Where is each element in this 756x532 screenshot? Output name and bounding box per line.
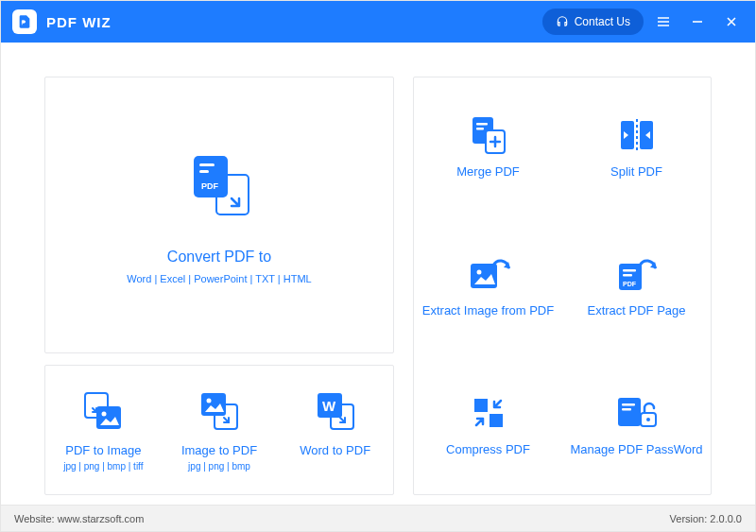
image-to-pdf-sub: jpg | png | bmp: [188, 461, 250, 472]
title-bar: PDF WIZ Contact Us: [1, 1, 755, 43]
app-title: PDF WIZ: [46, 14, 112, 30]
extract-pdf-page-icon: PDF: [613, 252, 661, 296]
compress-pdf-icon: [469, 391, 508, 435]
svg-rect-21: [471, 264, 497, 288]
svg-point-31: [646, 418, 650, 421]
left-column: PDF Convert PDF to Word | Excel | PowerP…: [44, 77, 394, 495]
extract-pdf-page-label: Extract PDF Page: [587, 303, 685, 318]
image-to-pdf-icon: [198, 388, 241, 434]
manage-pdf-password-button[interactable]: Manage PDF PassWord: [562, 355, 711, 494]
extract-image-icon: [465, 252, 512, 296]
svg-rect-15: [476, 123, 488, 126]
close-button[interactable]: [717, 8, 746, 36]
manage-pdf-password-icon: [614, 391, 660, 435]
split-pdf-label: Split PDF: [610, 164, 662, 180]
svg-text:PDF: PDF: [201, 181, 219, 191]
extract-image-button[interactable]: Extract Image from PDF: [414, 216, 562, 355]
svg-rect-3: [199, 170, 209, 173]
svg-rect-29: [622, 408, 631, 411]
manage-pdf-password-label: Manage PDF PassWord: [571, 442, 703, 457]
split-pdf-icon: [615, 113, 659, 157]
status-bar: Website: www.starzsoft.com Version: 2.0.…: [1, 505, 755, 531]
svg-rect-9: [201, 393, 226, 416]
contact-us-button[interactable]: Contact Us: [542, 9, 644, 35]
merge-pdf-label: Merge PDF: [456, 164, 519, 180]
svg-text:W: W: [322, 398, 336, 414]
convert-pdf-icon: PDF: [179, 146, 260, 228]
tools-grid: Merge PDF Split PDF: [413, 77, 712, 495]
convert-pdf-to-card[interactable]: PDF Convert PDF to Word | Excel | PowerP…: [44, 77, 394, 353]
pdf-to-image-button[interactable]: PDF to Image jpg | png | bmp | tiff: [45, 366, 162, 494]
merge-pdf-button[interactable]: Merge PDF: [414, 77, 562, 216]
svg-text:PDF: PDF: [623, 281, 637, 287]
svg-rect-24: [623, 269, 636, 272]
right-column: Merge PDF Split PDF: [413, 77, 712, 495]
image-to-pdf-label: Image to PDF: [181, 443, 257, 457]
image-to-pdf-button[interactable]: Image to PDF jpg | png | bmp: [162, 366, 278, 494]
svg-rect-2: [199, 163, 215, 166]
word-to-pdf-button[interactable]: W Word to PDF: [277, 366, 393, 494]
svg-rect-6: [96, 406, 121, 429]
svg-rect-28: [622, 403, 635, 406]
version-label: Version: 2.0.0.0: [670, 513, 742, 524]
pdf-to-image-icon: [81, 388, 125, 434]
split-pdf-button[interactable]: Split PDF: [562, 77, 711, 216]
compress-pdf-label: Compress PDF: [446, 442, 530, 457]
svg-rect-1: [194, 156, 228, 197]
extract-image-label: Extract Image from PDF: [422, 303, 554, 318]
extract-pdf-page-button[interactable]: PDF Extract PDF Page: [562, 216, 711, 355]
app-window: PDF WIZ Contact Us: [0, 0, 756, 532]
word-to-pdf-icon: W: [314, 388, 357, 434]
pdf-to-image-sub: jpg | png | bmp | tiff: [63, 461, 143, 472]
website-link[interactable]: Website: www.starzsoft.com: [14, 513, 144, 524]
svg-rect-25: [623, 274, 632, 277]
svg-rect-27: [618, 398, 641, 426]
word-to-pdf-label: Word to PDF: [300, 443, 370, 457]
convert-subtitle: Word | Excel | PowerPoint | TXT | HTML: [127, 273, 311, 284]
headset-icon: [556, 15, 569, 28]
menu-button[interactable]: [649, 8, 678, 36]
svg-point-22: [476, 270, 481, 275]
svg-rect-16: [476, 128, 484, 130]
app-logo: [12, 9, 37, 34]
contact-us-label: Contact Us: [575, 15, 630, 28]
svg-point-7: [102, 411, 107, 416]
close-icon: [726, 16, 737, 27]
convert-title: Convert PDF to: [167, 249, 271, 266]
minimize-button[interactable]: [683, 8, 712, 36]
minimize-icon: [692, 16, 703, 27]
content-area: PDF Convert PDF to Word | Excel | PowerP…: [1, 43, 755, 505]
hamburger-icon: [657, 15, 670, 28]
bottom-row-card: PDF to Image jpg | png | bmp | tiff Ima: [44, 365, 394, 495]
compress-pdf-button[interactable]: Compress PDF: [414, 355, 562, 494]
merge-pdf-icon: [467, 113, 510, 157]
pdf-to-image-label: PDF to Image: [65, 443, 141, 457]
svg-point-10: [207, 398, 212, 403]
